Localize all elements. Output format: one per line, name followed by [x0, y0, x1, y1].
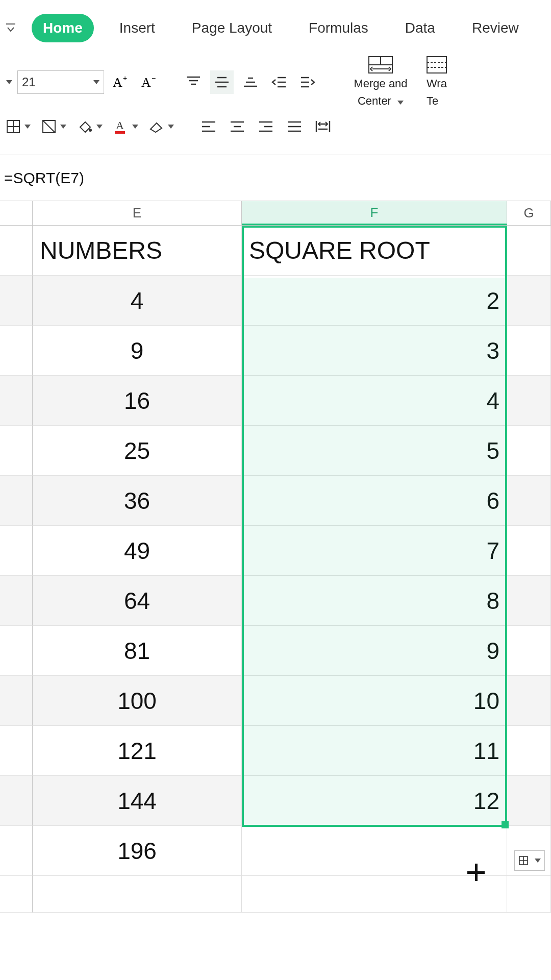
- align-middle-icon[interactable]: [210, 70, 234, 94]
- cell[interactable]: [507, 876, 551, 913]
- select-all-corner[interactable]: [0, 201, 33, 225]
- increase-indent-icon[interactable]: [296, 70, 319, 94]
- cell-numbers-header[interactable]: NUMBERS: [33, 226, 242, 276]
- cell[interactable]: [507, 526, 551, 576]
- tab-formulas[interactable]: Formulas: [297, 14, 380, 42]
- cell[interactable]: 3: [242, 326, 507, 376]
- formula-bar[interactable]: =SQRT(E7): [0, 155, 551, 201]
- align-right-icon[interactable]: [254, 115, 278, 138]
- cell[interactable]: 100: [33, 676, 242, 726]
- justify-icon[interactable]: [283, 115, 306, 138]
- row-header[interactable]: [0, 476, 33, 526]
- table-row: 49 7: [0, 526, 551, 576]
- column-header-G[interactable]: G: [507, 201, 551, 225]
- row-header[interactable]: [0, 276, 33, 326]
- cell[interactable]: 121: [33, 726, 242, 776]
- wrap-text-button[interactable]: Wra Te: [427, 56, 457, 108]
- cell[interactable]: 5: [242, 426, 507, 476]
- borders-button[interactable]: [3, 115, 34, 138]
- quick-access-dropdown-icon[interactable]: [4, 21, 17, 35]
- cell[interactable]: 25: [33, 426, 242, 476]
- cell[interactable]: [507, 426, 551, 476]
- cell[interactable]: [33, 876, 242, 913]
- font-color-button[interactable]: A: [110, 115, 141, 138]
- tab-page-layout[interactable]: Page Layout: [181, 14, 283, 42]
- tab-insert[interactable]: Insert: [108, 14, 166, 42]
- cell[interactable]: [507, 676, 551, 726]
- row-header[interactable]: [0, 876, 33, 913]
- cell-sqroot-header[interactable]: SQUARE ROOT: [242, 226, 507, 276]
- cell[interactable]: 6: [242, 476, 507, 526]
- align-left-icon[interactable]: [197, 115, 220, 138]
- cell[interactable]: 4: [33, 276, 242, 326]
- cell[interactable]: 4: [242, 376, 507, 426]
- row-header[interactable]: [0, 526, 33, 576]
- cell[interactable]: 144: [33, 776, 242, 826]
- row-header[interactable]: [0, 676, 33, 726]
- row-header[interactable]: [0, 826, 33, 876]
- cell[interactable]: [507, 326, 551, 376]
- clear-format-button[interactable]: [146, 115, 177, 138]
- column-header-E[interactable]: E: [33, 201, 242, 225]
- cell[interactable]: [507, 226, 551, 276]
- column-header-F[interactable]: F: [242, 201, 507, 225]
- cell[interactable]: [507, 726, 551, 776]
- cell[interactable]: [507, 276, 551, 326]
- cell[interactable]: [507, 376, 551, 426]
- cell[interactable]: 81: [33, 626, 242, 676]
- autofill-options-button[interactable]: [514, 850, 545, 871]
- chevron-down-icon: [96, 125, 103, 129]
- font-name-dropdown[interactable]: [3, 80, 12, 84]
- cell[interactable]: 64: [33, 576, 242, 626]
- row-header[interactable]: [0, 776, 33, 826]
- row-header[interactable]: [0, 626, 33, 676]
- cell[interactable]: [507, 776, 551, 826]
- cell[interactable]: 12: [242, 776, 507, 826]
- cell[interactable]: 11: [242, 726, 507, 776]
- tab-home[interactable]: Home: [32, 14, 94, 42]
- decrease-indent-icon[interactable]: [267, 70, 291, 94]
- cell[interactable]: [242, 876, 507, 913]
- font-size-input[interactable]: 21: [17, 70, 104, 94]
- distributed-align-icon[interactable]: [311, 115, 335, 138]
- cell[interactable]: [507, 476, 551, 526]
- cell[interactable]: 8: [242, 576, 507, 626]
- svg-text:A: A: [113, 75, 122, 90]
- cell[interactable]: 16: [33, 376, 242, 426]
- decrease-font-icon[interactable]: A−: [138, 70, 161, 94]
- spreadsheet-grid[interactable]: E F G NUMBERS SQUARE ROOT 4 2 9 3 16 4 2…: [0, 201, 551, 913]
- cell[interactable]: [242, 826, 507, 876]
- cell[interactable]: 36: [33, 476, 242, 526]
- cell-style-button[interactable]: [39, 115, 69, 138]
- row-header[interactable]: [0, 326, 33, 376]
- tab-data[interactable]: Data: [394, 14, 446, 42]
- chevron-down-icon: [397, 101, 404, 105]
- cell[interactable]: 9: [242, 626, 507, 676]
- cell[interactable]: 2: [242, 276, 507, 326]
- cell[interactable]: 49: [33, 526, 242, 576]
- row-header[interactable]: [0, 576, 33, 626]
- row-header[interactable]: [0, 226, 33, 276]
- row-header[interactable]: [0, 426, 33, 476]
- cell[interactable]: 196: [33, 826, 242, 876]
- align-bottom-icon[interactable]: [239, 70, 262, 94]
- cell[interactable]: 7: [242, 526, 507, 576]
- svg-text:+: +: [123, 75, 127, 82]
- cell-style-icon: [42, 119, 56, 134]
- ribbon-tabs: Home Insert Page Layout Formulas Data Re…: [0, 0, 551, 46]
- fill-color-button[interactable]: [74, 115, 105, 138]
- formula-bar-text: =SQRT(E7): [4, 169, 84, 187]
- row-header[interactable]: [0, 376, 33, 426]
- cell[interactable]: 10: [242, 676, 507, 726]
- table-row: 25 5: [0, 426, 551, 476]
- svg-point-8: [89, 129, 92, 132]
- row-header[interactable]: [0, 726, 33, 776]
- align-top-icon[interactable]: [182, 70, 205, 94]
- tab-review[interactable]: Review: [461, 14, 530, 42]
- merge-center-button[interactable]: Merge and Center: [340, 56, 421, 108]
- cell[interactable]: 9: [33, 326, 242, 376]
- increase-font-icon[interactable]: A+: [109, 70, 133, 94]
- cell[interactable]: [507, 576, 551, 626]
- cell[interactable]: [507, 626, 551, 676]
- align-center-icon[interactable]: [226, 115, 249, 138]
